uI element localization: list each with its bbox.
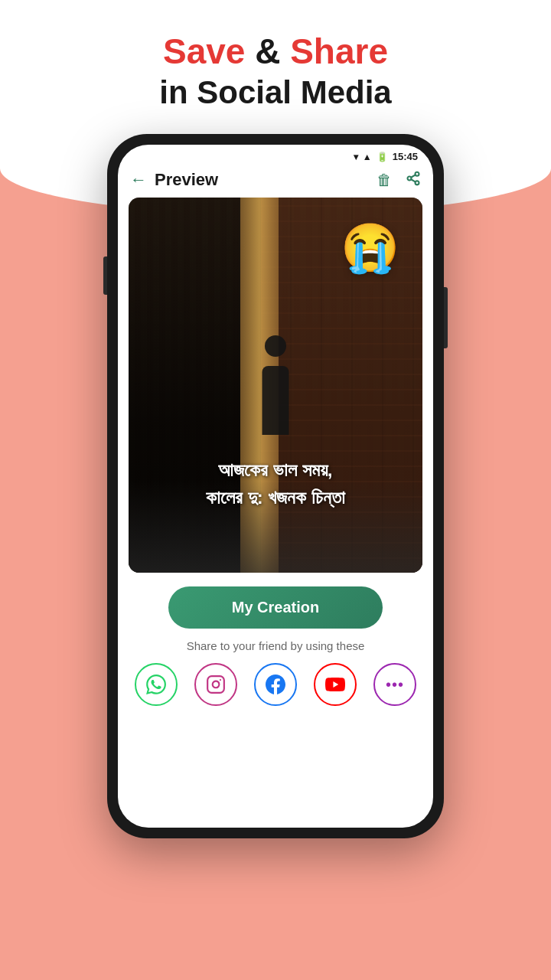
share-section: Share to your friend by using these — [118, 639, 433, 715]
phone-mockup: ▾ ▲ 🔋 15:45 ← Preview 🗑 — [107, 134, 444, 838]
save-text: Save — [163, 31, 245, 71]
share-icon[interactable] — [406, 171, 421, 190]
instagram-button[interactable] — [194, 663, 237, 706]
header-section: Save & Share in Social Media — [0, 0, 551, 126]
more-button[interactable]: ••• — [373, 663, 416, 706]
figure-head — [265, 335, 286, 357]
svg-line-4 — [411, 175, 416, 177]
delete-icon[interactable]: 🗑 — [377, 172, 392, 189]
share-label: Share to your friend by using these — [118, 639, 433, 652]
back-button[interactable]: ← — [130, 170, 147, 190]
wifi-icon: ▾ — [354, 152, 358, 162]
ampersand-text: & — [255, 31, 290, 71]
my-creation-button[interactable]: My Creation — [168, 586, 383, 629]
phone-wrapper: ▾ ▲ 🔋 15:45 ← Preview 🗑 — [0, 134, 551, 838]
person-figure — [245, 335, 306, 435]
facebook-button[interactable] — [254, 663, 297, 706]
youtube-button[interactable] — [314, 663, 357, 706]
whatsapp-button[interactable] — [135, 663, 178, 706]
image-text-overlay: আজকের ভাল সময়, কালের দু: খজনক চিন্তা — [129, 456, 422, 511]
share-icons-row: ••• — [118, 663, 433, 715]
crying-emoji: 😭 — [341, 220, 399, 276]
signal-icon: ▲ — [363, 152, 372, 162]
share-text: Share — [290, 31, 388, 71]
status-bar: ▾ ▲ 🔋 15:45 — [118, 145, 433, 165]
battery-icon: 🔋 — [377, 152, 388, 162]
figure-body — [262, 366, 289, 435]
bengali-text-line1: আজকের ভাল সময়, — [144, 456, 407, 484]
screen-title: Preview — [155, 170, 363, 190]
svg-line-3 — [411, 179, 416, 181]
image-card: 😭 আজকের ভাল সময়, কালের দু: খজনক চিন্তা — [129, 198, 422, 573]
svg-rect-5 — [207, 676, 224, 693]
header-title: Save & Share — [0, 31, 551, 73]
time-display: 15:45 — [393, 151, 418, 162]
header-subtitle: in Social Media — [0, 74, 551, 111]
bengali-text-line2: কালের দু: খজনক চিন্তা — [144, 484, 407, 511]
phone-screen: ▾ ▲ 🔋 15:45 ← Preview 🗑 — [118, 145, 433, 828]
app-bar: ← Preview 🗑 — [118, 165, 433, 198]
